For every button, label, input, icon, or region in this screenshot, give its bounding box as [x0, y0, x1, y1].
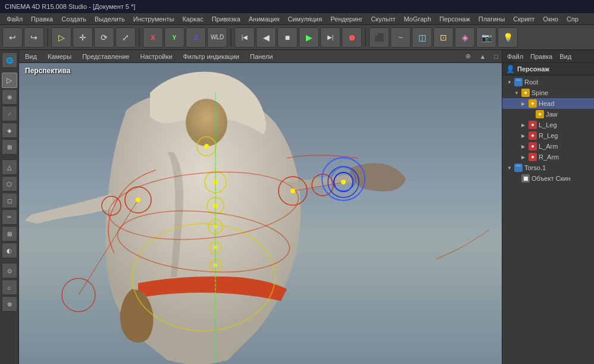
frame-start-button[interactable]: |◀	[235, 27, 255, 48]
light-button[interactable]: 💡	[498, 27, 518, 48]
tree-arrow-l_arm[interactable]: ▶	[521, 144, 527, 149]
svg-point-51	[136, 197, 140, 202]
tree-label-skin_obj: Объект Скин	[532, 175, 571, 182]
grab-button[interactable]: ⊛	[2, 296, 17, 312]
svg-point-60	[532, 102, 534, 105]
menu-item-симуляция[interactable]: Симуляция	[283, 14, 326, 24]
tree-item-l_arm[interactable]: ▶L_Arm	[502, 141, 594, 152]
tree-arrow-root[interactable]: ▼	[507, 80, 513, 85]
character-icon: 👤	[506, 65, 515, 73]
vp-representation-menu[interactable]: Представление	[80, 52, 132, 61]
loop-sel-button[interactable]: ⊞	[2, 226, 17, 241]
tree-arrow-head[interactable]: ▶	[521, 101, 527, 106]
y-axis-button[interactable]: Y	[164, 27, 185, 48]
select-tool-button[interactable]: ▷	[51, 27, 71, 48]
menu-item-скульпт[interactable]: Скульпт	[367, 14, 399, 24]
play-button[interactable]: ▶	[299, 27, 319, 48]
vp-settings-menu[interactable]: Настройки	[137, 52, 174, 61]
magnet-button[interactable]: ◐	[2, 243, 17, 258]
menu-item-персонаж[interactable]: Персонаж	[435, 14, 474, 24]
world-space-button[interactable]: 🌐	[2, 52, 17, 68]
tree-item-spine[interactable]: ▼Spine	[502, 87, 594, 98]
world-axis-button[interactable]: WLD	[207, 27, 227, 48]
tree-item-r_arm[interactable]: ▶R_Arm	[502, 152, 594, 162]
move-tool-button[interactable]: ✛	[73, 27, 93, 48]
smooth-button[interactable]: ⌂	[2, 280, 17, 295]
tree-arrow-r_leg[interactable]: ▶	[521, 133, 527, 139]
tree-item-head[interactable]: ▶Head	[502, 98, 594, 109]
object-mode-button[interactable]: ▷	[2, 73, 17, 88]
tree-arrow-spine[interactable]: ▼	[514, 90, 520, 96]
undo-button[interactable]: ↩	[2, 27, 23, 48]
menu-item-выделить[interactable]: Выделить	[90, 14, 129, 24]
menu-item-спр[interactable]: Спр	[562, 14, 583, 24]
menu-bar: ФайлПравкаСоздатьВыделитьИнструментыКарк…	[0, 13, 594, 25]
rp-view-menu[interactable]: Вид	[557, 52, 574, 61]
tree-icon-r_leg	[529, 131, 537, 140]
viewport-3d[interactable]: Перспектива	[19, 63, 502, 364]
menu-item-окно[interactable]: Окно	[539, 14, 562, 24]
menu-item-привязка[interactable]: Привязка	[208, 14, 245, 24]
vp-control-2[interactable]: ▲	[479, 53, 486, 60]
redo-button[interactable]: ↪	[24, 27, 44, 48]
effector-button[interactable]: ◈	[455, 27, 475, 48]
rp-edit-menu[interactable]: Правка	[528, 52, 555, 61]
knife-button[interactable]: ✂	[2, 209, 17, 225]
menu-item-правка[interactable]: Правка	[27, 14, 57, 24]
tree-item-jaw[interactable]: Jaw	[502, 109, 594, 120]
stop-button[interactable]: ■	[277, 27, 298, 48]
menu-item-инструменты[interactable]: Инструменты	[129, 14, 179, 24]
deformer-button[interactable]: ⊡	[433, 27, 454, 48]
tree-arrow-l_leg[interactable]: ▶	[521, 123, 527, 128]
menu-item-каркас[interactable]: Каркас	[178, 14, 207, 24]
camera-button[interactable]: 📷	[476, 27, 496, 48]
tree-icon-l_arm	[529, 142, 537, 150]
vp-view-menu[interactable]: Вид	[23, 52, 39, 61]
nurbs-button[interactable]: ◫	[412, 27, 432, 48]
tree-item-l_leg[interactable]: ▶L_Leg	[502, 120, 594, 130]
menu-item-файл[interactable]: Файл	[2, 14, 27, 24]
tree-item-skin_obj[interactable]: ▣Объект Скин	[502, 173, 594, 184]
vp-cameras-menu[interactable]: Камеры	[45, 52, 74, 61]
polygon-mode-button[interactable]: ◈	[2, 123, 17, 138]
spline-button[interactable]: ~	[390, 27, 411, 48]
tree-arrow-torso1[interactable]: ▼	[507, 165, 513, 171]
menu-item-mograph[interactable]: MoGraph	[399, 14, 435, 24]
svg-point-52	[290, 189, 295, 193]
menu-item-плагины[interactable]: Плагины	[474, 14, 509, 24]
menu-item-анимация[interactable]: Анимация	[245, 14, 284, 24]
scale-tool-button[interactable]: ⤢	[115, 27, 136, 48]
vp-panels-menu[interactable]: Панели	[248, 52, 275, 61]
viewport-label: Перспектива	[25, 67, 70, 75]
tree-item-root[interactable]: ▼Root	[502, 77, 594, 87]
rp-file-menu[interactable]: Файл	[505, 52, 526, 61]
vp-control-3[interactable]: □	[494, 53, 498, 60]
edge-mode-button[interactable]: ⟋	[2, 106, 17, 121]
bevel-button[interactable]: ⬡	[2, 176, 17, 192]
record-button[interactable]: ⏺	[342, 27, 362, 48]
vp-control-1[interactable]: ⊕	[465, 52, 471, 60]
tree-arrow-r_arm[interactable]: ▶	[521, 155, 527, 160]
tree-icon-r_arm	[529, 153, 537, 161]
vp-filter-menu[interactable]: Фильтр индикации	[180, 52, 242, 61]
x-axis-button[interactable]: X	[143, 27, 163, 48]
separator-2	[139, 29, 140, 46]
frame-end-button[interactable]: ▶|	[320, 27, 340, 48]
paint-button[interactable]: ⊙	[2, 263, 17, 278]
nav-tools-group: ▷ ✛ ⟳ ⤢	[51, 27, 136, 48]
uv-mode-button[interactable]: ⊞	[2, 139, 17, 155]
svg-marker-56	[515, 79, 521, 81]
tree-item-torso1[interactable]: ▼Torso.1	[502, 162, 594, 173]
z-axis-button[interactable]: Z	[186, 27, 206, 48]
bridge-button[interactable]: ◻	[2, 193, 17, 208]
menu-item-рендеринг[interactable]: Рендеринг	[326, 14, 367, 24]
tree-item-r_leg[interactable]: ▶R_Leg	[502, 130, 594, 141]
cube-button[interactable]: ⬛	[369, 27, 389, 48]
play-back-button[interactable]: ◀	[256, 27, 276, 48]
extrude-button[interactable]: △	[2, 159, 17, 175]
rotate-tool-button[interactable]: ⟳	[94, 27, 114, 48]
menu-item-скрипт[interactable]: Скрипт	[509, 14, 539, 24]
tree-icon-l_leg	[529, 121, 537, 129]
point-mode-button[interactable]: ⊕	[2, 89, 17, 105]
menu-item-создать[interactable]: Создать	[57, 14, 90, 24]
